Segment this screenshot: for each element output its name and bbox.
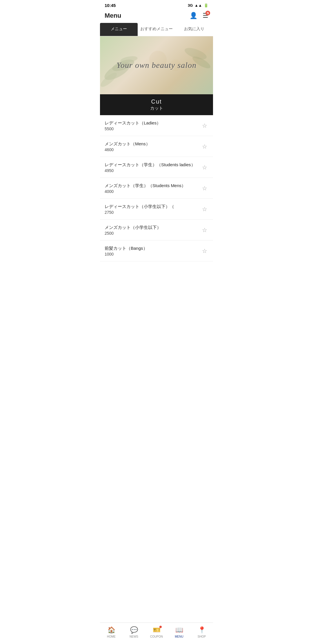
section-title-en: Cut (104, 98, 209, 105)
banner: Your own beauty salon (100, 36, 213, 94)
tab-bar: メニュー おすすめメニュー お気に入り (100, 23, 213, 36)
status-bar: 10:45 3G ▲▲ 🔋 (100, 0, 213, 10)
menu-item[interactable]: メンズカット（学生）（Students Mens） 4000 ☆ (100, 178, 213, 199)
time: 10:45 (105, 3, 116, 8)
menu-list: レディースカット（Ladies） 5500 ☆ メンズカット（Mens） 460… (100, 115, 213, 261)
menu-item-content: レディースカット（Ladies） 5500 (105, 120, 201, 131)
favorite-button[interactable]: ☆ (201, 142, 208, 151)
menu-item-price: 4950 (105, 168, 201, 173)
menu-item-content: レディースカット（小学生以下）（ 2750 (105, 203, 201, 215)
section-header: Cut カット (100, 94, 213, 115)
header: Menu 👤 ☰ N (100, 10, 213, 23)
signal-text: 3G (188, 3, 193, 8)
menu-item[interactable]: レディースカット（小学生以下）（ 2750 ☆ (100, 199, 213, 220)
menu-item-name: メンズカット（小学生以下） (105, 224, 201, 230)
tab-menu[interactable]: メニュー (100, 23, 138, 36)
banner-text: Your own beauty salon (117, 61, 196, 70)
battery-icon: 🔋 (204, 3, 208, 8)
profile-icon: 👤 (190, 12, 197, 19)
menu-button[interactable]: ☰ N (203, 12, 208, 19)
menu-item-content: メンズカット（小学生以下） 2500 (105, 224, 201, 236)
menu-item[interactable]: メンズカット（小学生以下） 2500 ☆ (100, 220, 213, 240)
menu-item[interactable]: 前髪カット（Bangs） 1000 ☆ (100, 240, 213, 261)
status-icons: 3G ▲▲ 🔋 (188, 3, 208, 8)
tab-recommended[interactable]: おすすめメニュー (138, 23, 175, 36)
content-area: Your own beauty salon Cut カット レディースカット（L… (100, 36, 213, 285)
menu-item-name: レディースカット（小学生以下）（ (105, 203, 201, 209)
menu-item-price: 4600 (105, 147, 201, 152)
menu-item-content: レディースカット（学生）（Students ladies） 4950 (105, 162, 201, 173)
menu-item-price: 1000 (105, 252, 201, 256)
signal-icon: ▲▲ (194, 3, 202, 8)
menu-item-name: 前髪カット（Bangs） (105, 245, 201, 251)
menu-item-price: 2500 (105, 231, 201, 236)
header-actions: 👤 ☰ N (190, 12, 208, 19)
favorite-button[interactable]: ☆ (201, 163, 208, 172)
favorite-button[interactable]: ☆ (201, 184, 208, 193)
menu-item-content: メンズカット（学生）（Students Mens） 4000 (105, 182, 201, 194)
tab-favorites[interactable]: お気に入り (175, 23, 213, 36)
notification-badge: N (205, 11, 210, 15)
profile-button[interactable]: 👤 (190, 12, 197, 19)
menu-item-name: メンズカット（学生）（Students Mens） (105, 182, 201, 189)
menu-item[interactable]: レディースカット（Ladies） 5500 ☆ (100, 115, 213, 136)
favorite-button[interactable]: ☆ (201, 121, 208, 130)
favorite-button[interactable]: ☆ (201, 225, 208, 235)
menu-item-name: メンズカット（Mens） (105, 141, 201, 147)
menu-item-price: 2750 (105, 210, 201, 215)
menu-item-price: 5500 (105, 126, 201, 131)
menu-item-content: 前髪カット（Bangs） 1000 (105, 245, 201, 256)
menu-item-name: レディースカット（学生）（Students ladies） (105, 162, 201, 168)
menu-item[interactable]: レディースカット（学生）（Students ladies） 4950 ☆ (100, 157, 213, 178)
page-title: Menu (105, 12, 121, 19)
favorite-button[interactable]: ☆ (201, 246, 208, 256)
menu-item-name: レディースカット（Ladies） (105, 120, 201, 126)
favorite-button[interactable]: ☆ (201, 205, 208, 214)
menu-item-price: 4000 (105, 189, 201, 194)
menu-item-content: メンズカット（Mens） 4600 (105, 141, 201, 152)
menu-item[interactable]: メンズカット（Mens） 4600 ☆ (100, 136, 213, 157)
section-title-ja: カット (104, 106, 209, 111)
